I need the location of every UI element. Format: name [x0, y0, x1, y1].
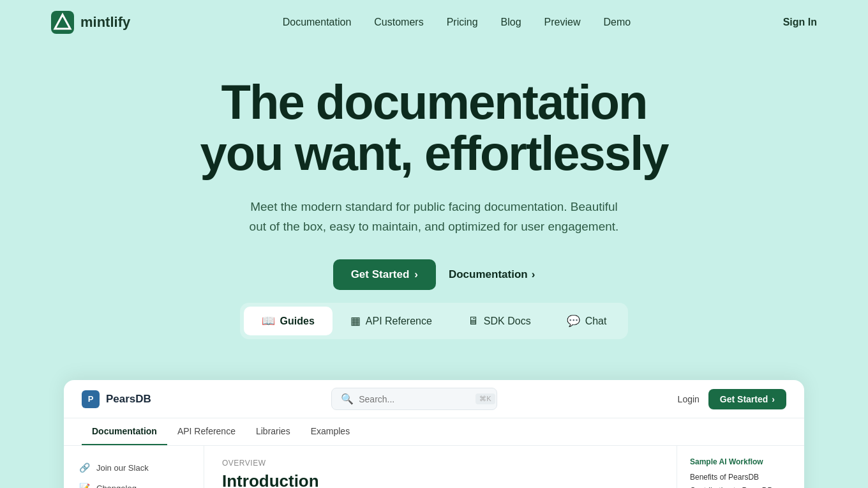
doc-subnav: Documentation API Reference Libraries Ex…: [64, 418, 804, 446]
doc-preview: P PearsDB 🔍 ⌘K Login Get Started › Docum…: [64, 380, 804, 488]
documentation-button[interactable]: Documentation ›: [449, 268, 535, 281]
doc-logo-icon: P: [82, 390, 100, 408]
nav-blog[interactable]: Blog: [501, 17, 521, 28]
right-panel-link-0[interactable]: Benefits of PearsDB: [690, 473, 791, 482]
arrow-right-icon: ›: [772, 394, 775, 404]
logo-text: mintlify: [80, 14, 130, 31]
search-icon: 🔍: [341, 393, 354, 405]
subnav-api-reference[interactable]: API Reference: [167, 418, 246, 445]
nav-preview[interactable]: Preview: [544, 17, 581, 28]
hero-title: The documentation you want, effortlessly: [200, 77, 668, 179]
arrow-right-icon: ›: [414, 268, 418, 281]
tab-sdk-docs[interactable]: 🖥 SDK Docs: [450, 307, 549, 335]
subnav-examples[interactable]: Examples: [301, 418, 360, 445]
get-started-button[interactable]: Get Started ›: [333, 259, 436, 290]
nav-demo[interactable]: Demo: [604, 17, 631, 28]
hero-subtitle: Meet the modern standard for public faci…: [243, 197, 625, 237]
nav-pricing[interactable]: Pricing: [447, 17, 478, 28]
logo-icon: [51, 11, 74, 34]
hero-buttons: Get Started › Documentation ›: [333, 259, 535, 290]
doc-get-started-button[interactable]: Get Started ›: [708, 389, 786, 409]
tab-api-reference[interactable]: ▦ API Reference: [333, 307, 450, 335]
sidebar-item-changelog[interactable]: 📝 Changelog: [64, 478, 204, 488]
doc-login-button[interactable]: Login: [678, 394, 700, 404]
doc-body: 🔗 Join our Slack 📝 Changelog 🔔 Status Ov…: [64, 446, 804, 488]
changelog-icon: 📝: [79, 483, 90, 488]
doc-main-content: Overview Introduction PearsDB helps you …: [204, 446, 677, 488]
sign-in-button[interactable]: Sign In: [783, 17, 817, 28]
doc-sidebar: 🔗 Join our Slack 📝 Changelog 🔔 Status: [64, 446, 204, 488]
doc-search-bar[interactable]: 🔍 ⌘K: [331, 388, 497, 410]
subnav-documentation[interactable]: Documentation: [82, 418, 167, 445]
hero-section: The documentation you want, effortlessly…: [0, 45, 868, 365]
sdk-icon: 🖥: [468, 315, 479, 328]
chevron-right-icon: ›: [532, 268, 535, 281]
doc-logo[interactable]: P PearsDB: [82, 390, 151, 408]
chat-icon: 💬: [567, 314, 580, 328]
doc-header-actions: Login Get Started ›: [678, 389, 786, 409]
tab-chat[interactable]: 💬 Chat: [549, 307, 625, 335]
doc-preview-header: P PearsDB 🔍 ⌘K Login Get Started ›: [64, 380, 804, 418]
slack-icon: 🔗: [79, 462, 90, 473]
doc-logo-text: PearsDB: [106, 393, 151, 406]
nav-links: Documentation Customers Pricing Blog Pre…: [283, 17, 631, 28]
subnav-libraries[interactable]: Libraries: [246, 418, 301, 445]
sidebar-item-slack[interactable]: 🔗 Join our Slack: [64, 457, 204, 478]
intro-title: Introduction: [222, 471, 659, 488]
tab-guides[interactable]: 📖 Guides: [244, 307, 333, 335]
overview-label: Overview: [222, 459, 659, 468]
tabs-bar: 📖 Guides ▦ API Reference 🖥 SDK Docs 💬 Ch…: [240, 303, 629, 339]
top-nav: mintlify Documentation Customers Pricing…: [0, 0, 868, 45]
book-icon: 📖: [262, 314, 275, 328]
api-icon: ▦: [350, 314, 361, 328]
right-panel-title: Sample AI Workflow: [690, 457, 791, 466]
nav-customers[interactable]: Customers: [374, 17, 423, 28]
search-shortcut: ⌘K: [475, 393, 495, 404]
logo[interactable]: mintlify: [51, 11, 130, 34]
nav-documentation[interactable]: Documentation: [283, 17, 352, 28]
search-input[interactable]: [359, 394, 470, 404]
doc-right-panel: Sample AI Workflow Benefits of PearsDB C…: [677, 446, 804, 488]
